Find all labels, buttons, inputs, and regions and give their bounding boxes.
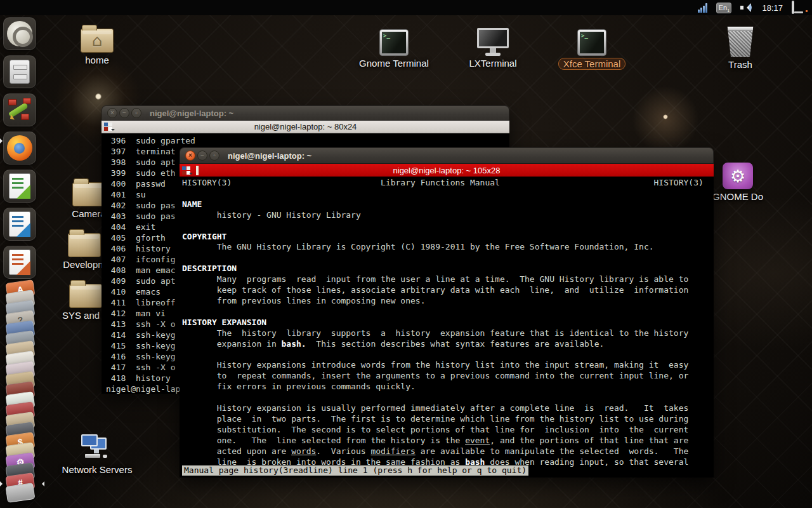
tab-label: nigel@nigel-laptop: ~ 105x28 (180, 166, 714, 175)
top-panel: En1 18:17 (0, 0, 812, 15)
volume-icon[interactable] (740, 3, 753, 13)
minimize-button[interactable]: − (119, 108, 129, 118)
terminal-tab-bar-urgent[interactable]: nigel@nigel-laptop: ~ 105x28 (180, 164, 714, 177)
dock-shredder[interactable] (5, 483, 35, 503)
diagram-pen-icon (7, 97, 32, 123)
dock-dia-diagram-editor[interactable] (3, 93, 36, 126)
icon-label-selected: Xfce Terminal (558, 58, 626, 70)
network-monitors-icon (80, 433, 114, 462)
dock-firefox[interactable] (3, 131, 36, 164)
man-line: to repeat commands, insert the arguments… (182, 371, 714, 382)
window-title: nigel@nigel-laptop: ~ (228, 151, 311, 161)
icon-label: Camera (72, 208, 105, 219)
maximize-button[interactable]: ▫ (209, 150, 219, 161)
foreground-terminal-window: × − ▫ nigel@nigel-laptop: ~ nigel@nigel-… (180, 147, 714, 478)
terminal-screen-icon: >_ (577, 29, 606, 56)
man-line (182, 350, 714, 361)
man-line (182, 392, 714, 403)
maximize-button[interactable]: ▫ (131, 108, 141, 118)
home-folder-icon: ⌂ (81, 29, 114, 53)
icon-label: Network Servers (62, 464, 133, 475)
desktop-icon-xfce-terminal[interactable]: >_ Xfce Terminal (547, 29, 636, 70)
icon-label: LXTerminal (469, 58, 516, 69)
man-line: COPYRIGHT (182, 232, 714, 243)
man-line (182, 189, 714, 199)
gear-icon: ⚙ (723, 163, 753, 189)
man-line: one. The line selected from the history … (182, 436, 714, 446)
dock-scroll-indicator (0, 138, 5, 144)
close-button[interactable]: × (185, 150, 195, 161)
history-line: 396 sudo gparted (106, 135, 509, 146)
dock-libreoffice-calc[interactable] (3, 170, 36, 203)
desktop-icon-home[interactable]: ⌂ home (65, 24, 129, 65)
man-line: HISTORY(3) Library Functions Manual HIST… (182, 178, 714, 189)
firefox-icon (7, 135, 32, 161)
man-line (182, 221, 714, 232)
icon-label: home (85, 55, 109, 65)
monitor-icon (477, 28, 509, 56)
man-line: place in two parts. The first is to dete… (182, 414, 714, 425)
icon-label: Gnome Terminal (359, 58, 429, 69)
calc-document-icon (9, 173, 30, 199)
close-button[interactable]: × (107, 108, 117, 118)
man-line: expansion in bash. This section describe… (182, 339, 714, 350)
desktop-icon-gnome-terminal[interactable]: >_ Gnome Terminal (350, 29, 438, 69)
dock-scroll-indicator (39, 481, 44, 486)
icon-label: Trash (728, 59, 752, 70)
writer-document-icon (9, 211, 30, 237)
dock-libreoffice-impress[interactable] (3, 246, 36, 279)
man-line: fix errors in previous commands quickly. (182, 382, 714, 392)
man-line: substitution. The second is to select po… (182, 425, 714, 436)
trash-basket-icon (726, 27, 754, 57)
man-page-output[interactable]: HISTORY(3) Library Functions Manual HIST… (180, 177, 714, 478)
impress-document-icon (9, 250, 30, 275)
pager-status-line: Manual page history(3readline) line 1 (p… (182, 465, 528, 476)
folder-icon (72, 182, 105, 206)
keyboard-indicator[interactable]: En1 (716, 3, 731, 13)
display-icon[interactable] (792, 2, 807, 13)
window-titlebar[interactable]: × − ▫ nigel@nigel-laptop: ~ (102, 105, 509, 121)
man-line: History expansion is usually performed i… (182, 403, 714, 414)
dock-file-manager[interactable] (3, 55, 36, 88)
ubuntu-logo-icon (7, 21, 32, 46)
dock-scroll-indicator (0, 481, 5, 486)
dock: A?$⚙# (1, 17, 41, 508)
man-line: HISTORY EXPANSION (182, 318, 714, 328)
window-title: nigel@nigel-laptop: ~ (150, 109, 233, 118)
window-titlebar[interactable]: × − ▫ nigel@nigel-laptop: ~ (180, 147, 714, 164)
terminal-tab-bar[interactable]: nigel@nigel-laptop: ~ 80x24 (102, 121, 509, 133)
man-line (182, 307, 714, 318)
man-line: acted upon are words. Various modifiers … (182, 446, 714, 457)
man-line: History expansions introduce words from … (182, 360, 714, 371)
man-line: history - GNU History Library (182, 210, 714, 221)
desktop-icon-trash[interactable]: Trash (709, 27, 772, 70)
dock-stack: A?$⚙# (1, 281, 41, 501)
folder-icon (68, 233, 101, 257)
man-line (182, 253, 714, 264)
minimize-button[interactable]: − (197, 150, 207, 161)
icon-label: GNOME Do (712, 191, 763, 202)
dock-libreoffice-writer[interactable] (3, 208, 36, 241)
desktop-icon-network-servers[interactable]: Network Servers (53, 433, 141, 475)
file-cabinet-icon (10, 60, 30, 84)
icon-label: Developm (63, 259, 106, 270)
signal-strength-icon[interactable] (698, 3, 707, 13)
desktop-screen: En1 18:17 A?$⚙# ⌂ home >_ Gnome Terminal… (0, 0, 812, 508)
man-line: NAME (182, 199, 714, 210)
dock-ubuntu-dash[interactable] (3, 17, 36, 50)
man-line: The GNU History Library is Copyright (C)… (182, 242, 714, 253)
man-line: from previous lines in composing new one… (182, 296, 714, 307)
man-line: Many programs read input from the user a… (182, 274, 714, 285)
man-line: DESCRIPTION (182, 264, 714, 274)
folder-icon (69, 284, 102, 308)
clock[interactable]: 18:17 (762, 3, 783, 13)
man-line: The history library supports a history e… (182, 328, 714, 339)
man-line: keep track of those lines, associate arb… (182, 285, 714, 296)
tab-label: nigel@nigel-laptop: ~ 80x24 (102, 122, 509, 131)
desktop-icon-lxterminal[interactable]: LXTerminal (449, 28, 537, 69)
terminal-screen-icon: >_ (379, 29, 409, 56)
